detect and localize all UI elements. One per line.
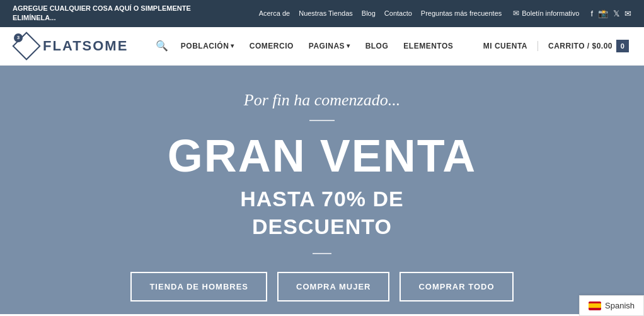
top-bar-right: Acerca de Nuestras Tiendas Blog Contacto…: [259, 9, 631, 18]
envelope-icon: ✉: [513, 9, 519, 18]
nav-contacto[interactable]: Contacto: [384, 9, 412, 17]
site-header: 3 FLATSOME 🔍 POBLACIÓN ▾ COMERCIO PAGINA…: [0, 27, 644, 66]
logo-text: FLATSOME: [43, 38, 128, 54]
hero-discount: HASTA 70% DE DESCUENTO: [240, 185, 404, 240]
email-icon[interactable]: ✉: [624, 9, 631, 18]
cart-count: 0: [616, 40, 629, 52]
twitter-icon[interactable]: 𝕏: [613, 9, 619, 18]
hero-buttons: TIENDA DE HOMBRES COMPRA MUJER COMPRAR T…: [130, 272, 513, 301]
hero-divider2: [313, 253, 331, 254]
nav-paginas[interactable]: PAGINAS ▾: [302, 37, 357, 56]
language-label: Spanish: [605, 301, 635, 310]
chevron-down-icon: ▾: [347, 42, 350, 49]
nav-tiendas[interactable]: Nuestras Tiendas: [299, 9, 353, 17]
top-bar: AGREGUE CUALQUIER COSA AQUÍ O SIMPLEMENT…: [0, 0, 644, 27]
cart-button[interactable]: CARRITO / $0.00 0: [548, 40, 629, 52]
hero-title: GRAN VENTA: [168, 131, 477, 181]
divider: [538, 41, 538, 51]
hero-subtitle: Por fin ha comenzado...: [244, 91, 400, 110]
language-switcher[interactable]: Spanish: [579, 295, 644, 314]
chevron-down-icon: ▾: [231, 42, 234, 49]
nav-blog[interactable]: Blog: [362, 9, 376, 17]
main-nav: 🔍 POBLACIÓN ▾ COMERCIO PAGINAS ▾ BLOG EL…: [152, 36, 459, 56]
shop-women-button[interactable]: COMPRA MUJER: [277, 272, 389, 301]
hero-divider: [309, 120, 335, 121]
shop-men-button[interactable]: TIENDA DE HOMBRES: [130, 272, 267, 301]
social-icons: f 📸 𝕏 ✉: [590, 9, 631, 18]
top-bar-nav: Acerca de Nuestras Tiendas Blog Contacto…: [259, 9, 502, 17]
instagram-icon[interactable]: 📸: [598, 9, 608, 18]
logo-icon: 3: [15, 35, 38, 57]
shop-all-button[interactable]: COMPRAR TODO: [400, 272, 513, 301]
nav-blog[interactable]: BLOG: [359, 37, 395, 56]
my-account-button[interactable]: MI CUENTA: [483, 42, 527, 50]
nav-poblacion[interactable]: POBLACIÓN ▾: [175, 37, 241, 56]
search-button[interactable]: 🔍: [152, 36, 172, 56]
nav-elementos[interactable]: ELEMENTOS: [397, 37, 459, 56]
site-logo[interactable]: 3 FLATSOME: [15, 35, 128, 57]
facebook-icon[interactable]: f: [590, 9, 593, 18]
newsletter-link[interactable]: ✉ Boletín informativo: [513, 9, 579, 18]
nav-comercio[interactable]: COMERCIO: [243, 37, 300, 56]
top-bar-announcement: AGREGUE CUALQUIER COSA AQUÍ O SIMPLEMENT…: [13, 4, 202, 23]
header-right: MI CUENTA CARRITO / $0.00 0: [483, 40, 629, 52]
nav-acerca[interactable]: Acerca de: [259, 9, 290, 17]
nav-faq[interactable]: Preguntas más frecuentes: [421, 9, 502, 17]
hero-section: Por fin ha comenzado... GRAN VENTA HASTA…: [0, 66, 644, 315]
spanish-flag-icon: [589, 301, 601, 310]
